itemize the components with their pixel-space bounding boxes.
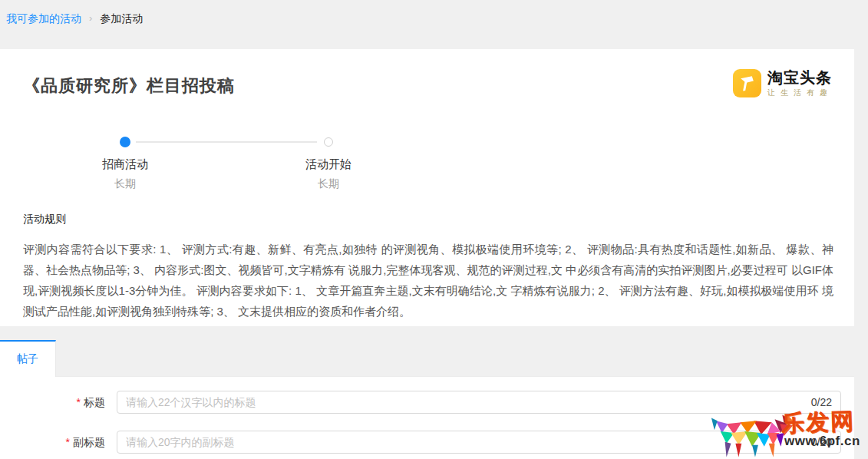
logo-text: 淘宝头条 让生活有趣 [767,69,833,97]
required-asterisk-icon: * [77,396,81,408]
form-row-title: *标题 0/22 [0,391,854,414]
chevron-right-icon: › [89,12,92,24]
step-pending-circle-icon [324,137,333,147]
step-current-dot-icon [120,137,130,147]
title-label: *标题 [0,391,105,414]
title-input[interactable] [117,391,841,414]
page-title: 《品质研究所》栏目招投稿 [23,74,235,97]
breadcrumb-link-my-activities[interactable]: 我可参加的活动 [6,12,81,26]
title-char-counter: 0/22 [811,391,832,414]
logo-tagline: 让生活有趣 [767,88,833,97]
step-label-recruiting: 招商活动 [64,157,186,172]
subtitle-input-wrap: 0/20 [117,431,841,454]
subtitle-char-counter: 0/20 [811,431,832,454]
tab-post[interactable]: 帖子 [0,340,56,377]
title-input-wrap: 0/22 [117,391,841,414]
breadcrumb: 我可参加的活动 › 参加活动 [0,0,868,49]
rules-body: 评测内容需符合以下要求: 1、 评测方式:有趣、新鲜、有亮点,如独特 的评测视角… [23,239,833,322]
step-time-recruiting: 长期 [64,177,186,191]
step-time-start: 长期 [267,177,390,191]
subtitle-label-text: 副标题 [73,436,105,448]
flag-glyph-icon [738,74,757,93]
subtitle-input[interactable] [117,431,841,454]
subtitle-label: *副标题 [0,431,105,454]
breadcrumb-current: 参加活动 [100,12,143,26]
step-connector-line [136,141,317,143]
title-label-text: 标题 [84,396,105,408]
tab-bar: 帖子 [0,340,854,376]
taobao-toutiao-logo: 淘宝头条 让生活有趣 [733,69,833,97]
form-row-subtitle: *副标题 0/20 [0,431,854,454]
rules-heading: 活动规则 [23,213,66,226]
activity-detail-panel: 《品质研究所》栏目招投稿 淘宝头条 让生活有趣 招商活动 活动开始 长期 长期 … [0,49,854,326]
step-label-start: 活动开始 [267,157,390,172]
post-form-panel: *标题 0/22 *副标题 0/20 [0,376,854,459]
taobao-toutiao-logo-icon [733,69,761,97]
logo-name: 淘宝头条 [767,69,833,86]
required-asterisk-icon: * [66,436,70,448]
